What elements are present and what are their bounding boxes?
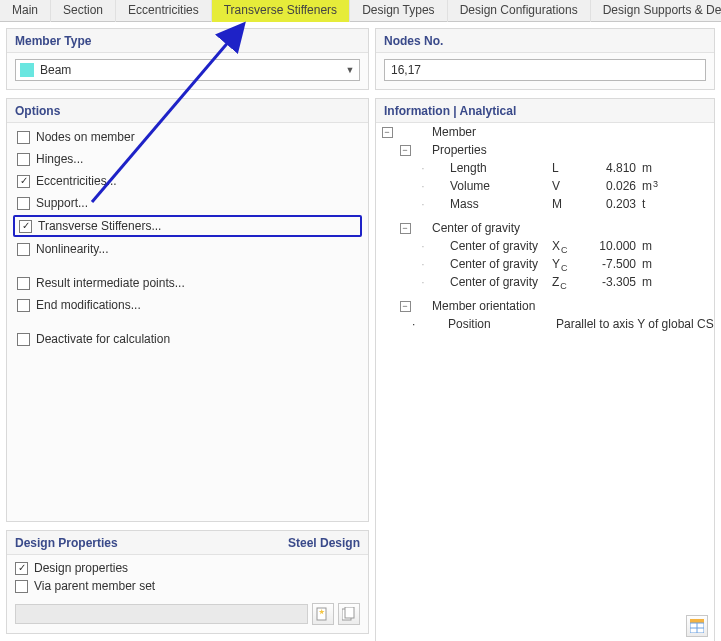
- collapse-icon[interactable]: −: [382, 127, 393, 138]
- prop-name: Center of gravity: [450, 257, 552, 271]
- document-star-icon: [316, 607, 330, 621]
- tree-row: · Volume V 0.026 m3: [376, 177, 714, 195]
- design-properties-checkbox[interactable]: ✓ Design properties: [15, 561, 360, 575]
- info-tree: − Member − Properties ·: [376, 123, 714, 333]
- via-parent-member-set-checkbox[interactable]: Via parent member set: [15, 579, 360, 593]
- tab-transverse-stiffeners[interactable]: Transverse Stiffeners: [212, 0, 350, 22]
- information-panel: Information | Analytical − Member −: [375, 98, 715, 641]
- prop-value: -7.500: [588, 257, 642, 271]
- tree-row-orientation[interactable]: − Member orientation: [376, 297, 714, 315]
- checkbox-icon: [17, 131, 30, 144]
- prop-symbol: L: [552, 161, 588, 175]
- prop-name: Center of gravity: [450, 275, 552, 289]
- design-discipline-label: Steel Design: [288, 536, 360, 550]
- option-deactivate-for-calculation[interactable]: Deactivate for calculation: [15, 331, 360, 347]
- tree-row-member[interactable]: − Member: [376, 123, 714, 141]
- checkbox-icon: ✓: [15, 562, 28, 575]
- checkbox-icon: ✓: [17, 175, 30, 188]
- svg-rect-4: [690, 619, 704, 623]
- prop-name: Length: [450, 161, 552, 175]
- checkbox-icon: [17, 197, 30, 210]
- document-copy-icon: [342, 607, 356, 621]
- tree-row: · Center of gravity XC 10.000 m: [376, 237, 714, 255]
- tree-row: · Length L 4.810 m: [376, 159, 714, 177]
- member-type-select[interactable]: Beam ▼: [15, 59, 360, 81]
- prop-value: -3.305: [588, 275, 642, 289]
- tree-row-cog[interactable]: − Center of gravity: [376, 219, 714, 237]
- tree-label: Properties: [432, 143, 684, 157]
- design-properties-panel: Design Properties Steel Design ✓ Design …: [6, 530, 369, 634]
- tab-design-types[interactable]: Design Types: [350, 0, 448, 22]
- collapse-icon[interactable]: −: [400, 223, 411, 234]
- tab-eccentricities[interactable]: Eccentricities: [116, 0, 212, 22]
- prop-name: Mass: [450, 197, 552, 211]
- design-properties-label: Design properties: [34, 561, 128, 575]
- option-eccentricities[interactable]: ✓ Eccentricities...: [15, 173, 360, 189]
- member-type-panel: Member Type Beam ▼: [6, 28, 369, 90]
- design-properties-header: Design Properties: [15, 536, 118, 550]
- tab-bar: Main Section Eccentricities Transverse S…: [0, 0, 721, 22]
- prop-value: Parallel to axis Y of global CS: [520, 317, 714, 331]
- information-header: Information | Analytical: [376, 99, 714, 123]
- option-transverse-stiffeners[interactable]: ✓ Transverse Stiffeners...: [13, 215, 362, 237]
- prop-unit: m: [642, 257, 684, 271]
- prop-unit: m3: [642, 179, 684, 193]
- tab-section[interactable]: Section: [51, 0, 116, 22]
- tab-design-supports-deflection[interactable]: Design Supports & Deflection: [591, 0, 721, 22]
- copy-item-button[interactable]: [338, 603, 360, 625]
- member-type-header: Member Type: [7, 29, 368, 53]
- design-properties-input[interactable]: [15, 604, 308, 624]
- table-settings-button[interactable]: [686, 615, 708, 637]
- option-label: End modifications...: [36, 298, 141, 312]
- prop-value: 0.203: [588, 197, 642, 211]
- checkbox-icon: [17, 333, 30, 346]
- tree-row: · Center of gravity ZC -3.305 m: [376, 273, 714, 291]
- nodes-header: Nodes No.: [376, 29, 714, 53]
- checkbox-icon: [17, 243, 30, 256]
- option-label: Hinges...: [36, 152, 83, 166]
- option-end-modifications[interactable]: End modifications...: [15, 297, 360, 313]
- collapse-icon[interactable]: −: [400, 301, 411, 312]
- option-label: Support...: [36, 196, 88, 210]
- tree-row: · Position Parallel to axis Y of global …: [376, 315, 714, 333]
- option-label: Transverse Stiffeners...: [38, 219, 161, 233]
- nodes-input[interactable]: [384, 59, 706, 81]
- prop-unit: m: [642, 239, 684, 253]
- chevron-down-icon: ▼: [341, 60, 359, 80]
- option-support[interactable]: Support...: [15, 195, 360, 211]
- option-nodes-on-member[interactable]: Nodes on member: [15, 129, 360, 145]
- collapse-icon[interactable]: −: [400, 145, 411, 156]
- option-label: Nonlinearity...: [36, 242, 108, 256]
- prop-unit: t: [642, 197, 684, 211]
- checkbox-icon: [17, 277, 30, 290]
- prop-name: Center of gravity: [450, 239, 552, 253]
- member-type-value: Beam: [40, 63, 71, 77]
- nodes-panel: Nodes No.: [375, 28, 715, 90]
- option-label: Deactivate for calculation: [36, 332, 170, 346]
- tab-design-configurations[interactable]: Design Configurations: [448, 0, 591, 22]
- via-parent-label: Via parent member set: [34, 579, 155, 593]
- option-label: Eccentricities...: [36, 174, 117, 188]
- option-result-intermediate-points[interactable]: Result intermediate points...: [15, 275, 360, 291]
- prop-value: 0.026: [588, 179, 642, 193]
- tree-row-properties[interactable]: − Properties: [376, 141, 714, 159]
- option-nonlinearity[interactable]: Nonlinearity...: [15, 241, 360, 257]
- tree-label: Center of gravity: [432, 221, 684, 235]
- prop-value: 10.000: [588, 239, 642, 253]
- prop-symbol: YC: [552, 257, 588, 271]
- option-hinges[interactable]: Hinges...: [15, 151, 360, 167]
- prop-symbol: ZC: [552, 275, 588, 289]
- option-label: Result intermediate points...: [36, 276, 185, 290]
- tree-label: Member: [432, 125, 684, 139]
- tab-main[interactable]: Main: [0, 0, 51, 22]
- table-color-icon: [690, 619, 704, 633]
- checkbox-icon: ✓: [19, 220, 32, 233]
- prop-symbol: XC: [552, 239, 588, 253]
- tree-row: · Mass M 0.203 t: [376, 195, 714, 213]
- tree-row: · Center of gravity YC -7.500 m: [376, 255, 714, 273]
- checkbox-icon: [17, 153, 30, 166]
- prop-symbol: M: [552, 197, 588, 211]
- new-item-button[interactable]: [312, 603, 334, 625]
- prop-value: 4.810: [588, 161, 642, 175]
- svg-rect-3: [345, 607, 354, 618]
